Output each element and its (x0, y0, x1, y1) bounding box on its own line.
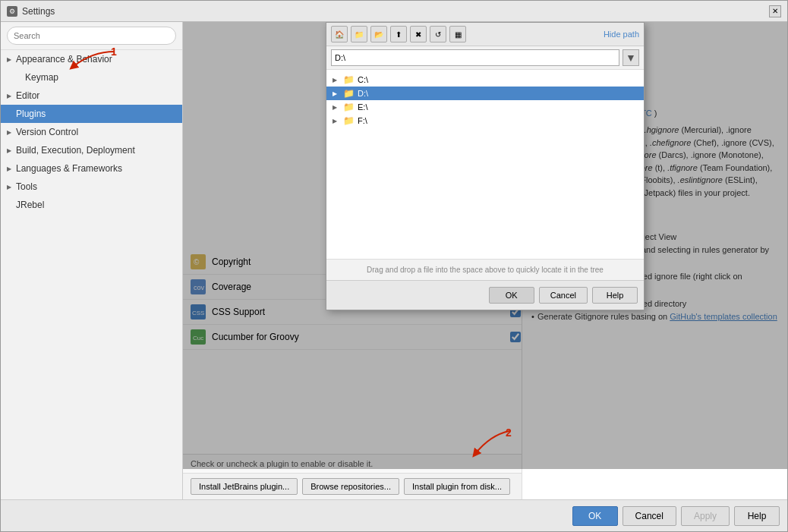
window-close-button[interactable]: ✕ (769, 5, 781, 17)
right-panel: © Copyright cov Coverage (183, 22, 787, 499)
tree-label-c: C:\ (358, 75, 368, 84)
tree-label-f: F:\ (358, 116, 367, 125)
plugin-actions-bar: Install JetBrains plugin... Browse repos… (183, 473, 528, 499)
title-bar: ⚙ Settings ✕ (1, 1, 787, 22)
title-bar-left: ⚙ Settings (7, 6, 55, 17)
sidebar-item-jrebel[interactable]: JRebel (1, 196, 182, 214)
file-dialog-overlay: 🏠 📁 📂 ⬆ ✖ ↺ ▦ Hide path ▼ (183, 22, 787, 469)
path-bar: ▼ (326, 46, 644, 69)
tree-item-c[interactable]: ▶ 📁 C:\ (326, 73, 644, 87)
sidebar-item-label-tools: Tools (16, 181, 37, 192)
dialog-help-button[interactable]: Help (592, 287, 638, 304)
folder-icon-e: 📁 (343, 102, 355, 112)
arrow-icon-editor: ▶ (7, 93, 11, 99)
sidebar-item-build[interactable]: ▶ Build, Execution, Deployment (1, 141, 182, 159)
dialog-new-folder-button[interactable]: 📂 (370, 26, 387, 42)
browse-repositories-button[interactable]: Browse repositories... (302, 478, 399, 495)
hide-path-label[interactable]: Hide path (604, 30, 639, 39)
sidebar-item-version-control[interactable]: ▶ Version Control (1, 123, 182, 141)
tree-arrow-f: ▶ (333, 118, 340, 124)
dialog-delete-button[interactable]: ✖ (410, 26, 427, 42)
tree-arrow-e: ▶ (333, 104, 340, 111)
arrow-icon-appearance: ▶ (7, 56, 11, 63)
tree-item-e[interactable]: ▶ 📁 E:\ (326, 100, 644, 114)
main-content: ▶ Appearance & Behavior 1 Keym (1, 22, 787, 499)
sidebar-item-languages[interactable]: ▶ Languages & Frameworks (1, 159, 182, 178)
arrow-icon-build: ▶ (7, 147, 11, 154)
dialog-show-button[interactable]: ▦ (449, 26, 466, 42)
apply-button[interactable]: Apply (681, 506, 730, 526)
sidebar-item-label-plugins: Plugins (16, 109, 46, 119)
arrow-icon-tools: ▶ (7, 184, 11, 190)
file-tree[interactable]: ▶ 📁 C:\ ▶ 📁 D:\ ▶ 📁 E:\ (326, 69, 644, 259)
sidebar-item-label-editor: Editor (16, 90, 39, 101)
dialog-up-button[interactable]: ⬆ (390, 26, 407, 42)
settings-window: ⚙ Settings ✕ ▶ Appearance & Behavior (0, 0, 788, 532)
sidebar-item-label-jrebel: JRebel (16, 200, 44, 210)
sidebar-item-plugins[interactable]: Plugins (1, 105, 182, 123)
file-dialog: 🏠 📁 📂 ⬆ ✖ ↺ ▦ Hide path ▼ (326, 22, 645, 310)
dialog-buttons: OK Cancel Help (326, 280, 644, 310)
sidebar-search-area (1, 22, 182, 50)
sidebar-item-appearance[interactable]: ▶ Appearance & Behavior 1 (1, 50, 182, 68)
tree-label-d: D:\ (358, 89, 368, 98)
sidebar: ▶ Appearance & Behavior 1 Keym (1, 22, 183, 499)
dialog-home-button[interactable]: 🏠 (331, 26, 348, 42)
tree-item-f[interactable]: ▶ 📁 F:\ (326, 114, 644, 127)
folder-icon-c: 📁 (343, 74, 355, 85)
tree-arrow-c: ▶ (333, 77, 340, 83)
dialog-cancel-button[interactable]: Cancel (539, 287, 588, 304)
settings-window-icon: ⚙ (7, 6, 17, 17)
dialog-toolbar: 🏠 📁 📂 ⬆ ✖ ↺ ▦ Hide path (326, 23, 644, 46)
sidebar-item-label-languages: Languages & Frameworks (16, 163, 122, 174)
arrow-icon-languages: ▶ (7, 165, 11, 172)
sidebar-item-label-keymap: Keymap (25, 72, 58, 83)
dialog-ok-button[interactable]: OK (489, 287, 534, 304)
path-input[interactable] (331, 49, 619, 66)
cancel-button[interactable]: Cancel (623, 506, 676, 526)
window-title: Settings (22, 6, 55, 17)
sidebar-item-editor[interactable]: ▶ Editor (1, 87, 182, 105)
sidebar-item-label-build: Build, Execution, Deployment (16, 145, 135, 156)
tree-label-e: E:\ (358, 102, 367, 112)
sidebar-item-tools[interactable]: ▶ Tools (1, 178, 182, 196)
sidebar-item-label-appearance: Appearance & Behavior (16, 54, 112, 65)
arrow-icon-vc: ▶ (7, 129, 11, 136)
path-browse-button[interactable]: ▼ (623, 49, 639, 66)
install-jetbrains-button[interactable]: Install JetBrains plugin... (191, 478, 298, 495)
dialog-folder-button[interactable]: 📁 (351, 26, 367, 42)
drag-drop-hint: Drag and drop a file into the space abov… (326, 259, 644, 280)
footer: OK Cancel Apply Help (1, 499, 787, 531)
sidebar-item-keymap[interactable]: Keymap (1, 68, 182, 87)
install-from-disk-button[interactable]: Install plugin from disk... (404, 478, 510, 495)
tree-item-d[interactable]: ▶ 📁 D:\ (326, 87, 644, 100)
sidebar-item-label-vc: Version Control (16, 127, 78, 137)
help-button[interactable]: Help (734, 506, 780, 526)
ok-button[interactable]: OK (572, 506, 618, 526)
tree-arrow-d: ▶ (333, 90, 340, 97)
folder-icon-d: 📁 (343, 88, 355, 99)
dialog-refresh-button[interactable]: ↺ (430, 26, 446, 42)
sidebar-search-input[interactable] (7, 27, 176, 45)
sidebar-items-list: ▶ Appearance & Behavior 1 Keym (1, 50, 182, 499)
folder-icon-f: 📁 (343, 115, 355, 126)
